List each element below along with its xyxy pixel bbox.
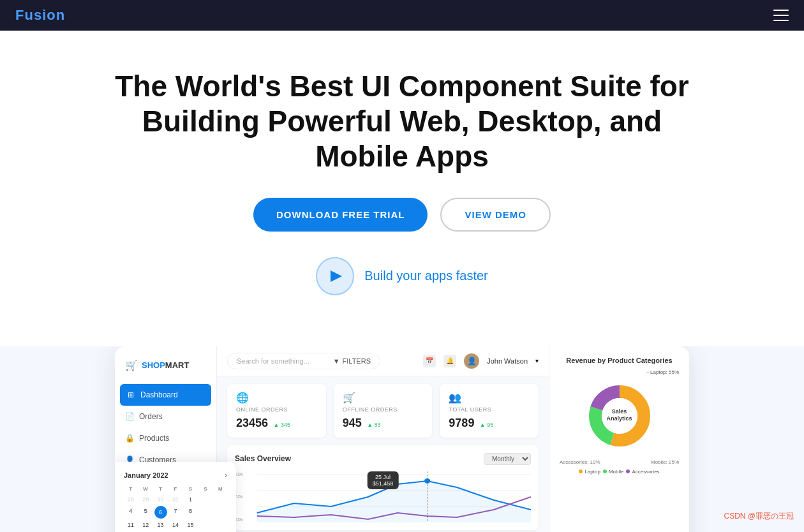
total-users-change: ▲ 95 (480, 422, 493, 428)
cal-day[interactable] (198, 520, 212, 530)
navbar: Fusion (0, 0, 804, 31)
total-users-icon: 👥 (449, 392, 530, 404)
mobile-dot (603, 469, 607, 473)
search-placeholder: Search for something... (237, 357, 309, 365)
online-orders-change: ▲ 345 (274, 422, 290, 428)
online-orders-icon: 🌐 (236, 392, 317, 404)
cal-day-today[interactable]: 6 (154, 506, 167, 519)
chart-area: 80k 60k 40k (235, 471, 531, 522)
cal-day[interactable]: 30 (154, 494, 167, 505)
user-chevron-icon: ▾ (535, 357, 539, 364)
legend-mobile: Mobile (603, 469, 624, 475)
donut-legend: Laptop Mobile Accessories (560, 469, 679, 475)
donut-center-text: Sales Analytics (606, 408, 632, 423)
orders-icon: 📄 (125, 412, 134, 421)
dashboard-preview: 🛒 SHOPMART ⊞ Dashboard 📄 Orders 🔒 Produc… (115, 346, 689, 532)
stat-offline-orders: 🛒 OFFLINE ORDERS 945 ▲ 83 (334, 384, 433, 438)
watermark: CSDN @罪恶の王冠 (724, 511, 794, 522)
calendar-icon[interactable]: 📅 (423, 355, 436, 367)
filter-icon: ▼ (333, 357, 340, 365)
sales-header: Sales Overview Monthly (235, 453, 531, 465)
navbar-logo: Fusion (15, 7, 65, 24)
cal-day[interactable] (198, 494, 212, 505)
cal-day[interactable] (214, 520, 227, 530)
dashboard-icon: ⊞ (126, 390, 135, 399)
calendar-title: January 2022 (124, 471, 168, 479)
cal-day[interactable]: 5 (138, 506, 152, 519)
cal-day[interactable]: 1 (184, 494, 197, 505)
video-label: Build your apps faster (364, 269, 488, 283)
legend-laptop: Laptop (579, 469, 600, 475)
hero-buttons: DOWNLOAD FREE TRIAL VIEW DEMO (26, 198, 778, 232)
cal-day[interactable]: 28 (124, 494, 137, 505)
calendar-next-icon[interactable]: › (225, 471, 227, 480)
filters-button[interactable]: ▼ FILTERS (333, 357, 371, 365)
dashboard-right-panel: Revenue by Product Categories – Laptop: … (549, 346, 689, 532)
sales-overview: Sales Overview Monthly 80k 60k 40k (227, 445, 539, 530)
cal-day[interactable]: 7 (168, 506, 182, 519)
bell-icon[interactable]: 🔔 (443, 355, 456, 367)
cal-day[interactable]: 14 (168, 520, 182, 530)
offline-orders-value: 945 (343, 417, 362, 429)
cal-day[interactable] (214, 494, 227, 505)
cal-day[interactable]: 4 (124, 506, 137, 519)
monthly-select[interactable]: Monthly (484, 453, 531, 465)
chart-tooltip: 25 Jul $51,458 (368, 471, 399, 489)
play-button[interactable] (316, 257, 354, 295)
cart-icon: 🛒 (125, 359, 138, 371)
offline-orders-change: ▲ 83 (367, 422, 380, 428)
calendar-header: January 2022 › (124, 471, 227, 480)
donut-labels: Accessories: 19% Mobile: 25% (560, 459, 679, 465)
cal-day[interactable]: 13 (154, 520, 167, 530)
user-name: John Watson (487, 357, 528, 365)
video-row: Build your apps faster (26, 257, 778, 295)
calendar-overlay: January 2022 › T W T F S S M 28 29 30 31… (115, 462, 236, 532)
online-orders-value: 23456 (236, 417, 268, 429)
online-orders-label: ONLINE ORDERS (236, 406, 317, 413)
view-demo-button[interactable]: VIEW DEMO (440, 198, 551, 232)
products-icon: 🔒 (125, 434, 134, 443)
preview-section: 🛒 SHOPMART ⊞ Dashboard 📄 Orders 🔒 Produc… (0, 346, 804, 532)
sidebar-item-dashboard[interactable]: ⊞ Dashboard (120, 384, 211, 406)
laptop-note: – Laptop: 55% (560, 369, 679, 375)
cal-day[interactable] (214, 506, 227, 519)
cal-day[interactable]: 29 (138, 494, 152, 505)
hamburger-icon[interactable] (773, 10, 789, 21)
hero-section: The World's Best UI Component Suite for … (0, 31, 804, 346)
cal-day[interactable]: 31 (168, 494, 182, 505)
cal-day[interactable]: 15 (184, 520, 197, 530)
donut-chart: Sales Analytics (581, 378, 658, 454)
dashboard-main: Search for something... ▼ FILTERS 📅 🔔 👤 … (217, 346, 549, 532)
offline-orders-label: OFFLINE ORDERS (343, 406, 424, 413)
total-users-label: TOTAL USERS (449, 406, 530, 413)
calendar-grid: T W T F S S M 28 29 30 31 1 4 5 6 7 8 (124, 485, 227, 532)
sidebar-item-orders[interactable]: 📄 Orders (115, 406, 216, 427)
download-trial-button[interactable]: DOWNLOAD FREE TRIAL (253, 198, 428, 232)
cal-day[interactable]: 8 (184, 506, 197, 519)
laptop-dot (579, 469, 583, 473)
hero-title: The World's Best UI Component Suite for … (115, 69, 689, 175)
stats-row: 🌐 ONLINE ORDERS 23456 ▲ 345 🛒 OFFLINE OR… (217, 376, 549, 445)
user-avatar: 👤 (464, 353, 479, 369)
cal-day[interactable] (198, 506, 212, 519)
topbar-right: 📅 🔔 👤 John Watson ▾ (423, 353, 539, 369)
dashboard-topbar: Search for something... ▼ FILTERS 📅 🔔 👤 … (217, 346, 549, 376)
offline-orders-icon: 🛒 (343, 392, 424, 404)
stat-total-users: 👥 TOTAL USERS 9789 ▲ 95 (440, 384, 539, 438)
donut-title: Revenue by Product Categories (560, 357, 679, 364)
cal-day[interactable]: 11 (124, 520, 137, 530)
sidebar-item-products[interactable]: 🔒 Products (115, 427, 216, 449)
search-box[interactable]: Search for something... ▼ FILTERS (227, 353, 380, 369)
cal-day[interactable]: 12 (138, 520, 152, 530)
sales-title: Sales Overview (235, 454, 291, 463)
dashboard-logo: 🛒 SHOPMART (115, 359, 216, 384)
stat-online-orders: 🌐 ONLINE ORDERS 23456 ▲ 345 (227, 384, 326, 438)
total-users-value: 9789 (449, 417, 474, 429)
legend-accessories: Accessories (626, 469, 659, 475)
accessories-dot (626, 469, 630, 473)
